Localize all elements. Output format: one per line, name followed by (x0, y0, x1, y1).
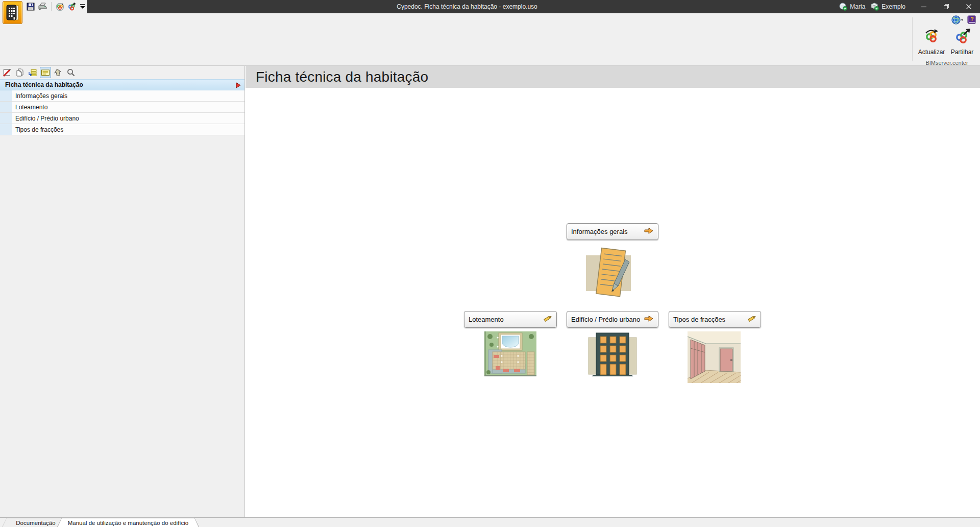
search-icon[interactable] (65, 67, 77, 78)
help-book-icon[interactable]: ? (967, 15, 977, 27)
tree-item-edificio-predio-urbano[interactable]: Edifício / Prédio urbano (0, 113, 244, 124)
bimserver-share-icon[interactable] (67, 2, 76, 12)
tree-item-informacoes-gerais[interactable]: Informações gerais (0, 90, 244, 102)
user-avatar-icon (839, 3, 847, 11)
title-bar: Cypedoc. Ficha técnica da habitação - ex… (0, 0, 980, 13)
project-box-icon (871, 3, 879, 11)
import-list-icon[interactable] (27, 67, 38, 78)
informacoes-gerais-button[interactable]: Informações gerais (567, 223, 658, 240)
sidebar-toolbar (0, 66, 244, 79)
page-title-bar: Ficha técnica da habitação (246, 66, 980, 88)
loteamento-button[interactable]: Loteamento (464, 311, 557, 328)
bimserver-share-icon (953, 28, 971, 47)
footer-tab-bar: Documentação Manual de utilização e manu… (0, 517, 980, 527)
button-label: Edifício / Prédio urbano (571, 316, 644, 323)
account-info[interactable]: Maria Exemplo (839, 3, 905, 11)
ribbon-group-separator (912, 17, 913, 61)
svg-text:?: ? (970, 16, 973, 22)
form-view-icon[interactable] (40, 67, 51, 78)
page-title: Ficha técnica da habitação (256, 69, 428, 85)
save-icon[interactable] (27, 2, 35, 12)
tree-item-label: Tipos de fracções (15, 126, 63, 133)
document-pencil-illustration (584, 247, 639, 301)
new-document-icon[interactable] (14, 67, 26, 78)
actualizar-label: Actualizar (918, 49, 945, 56)
building-illustration (587, 331, 638, 378)
export-up-icon[interactable] (53, 67, 64, 78)
pencil-icon (542, 315, 552, 324)
document-tree: Ficha técnica da habitação Informações g… (0, 79, 244, 135)
ribbon: ? Actualizar (0, 13, 980, 66)
actualizar-button[interactable]: Actualizar (917, 27, 946, 57)
interior-doors-illustration (688, 331, 741, 385)
tab-label: Manual de utilização e manutenção do edi… (58, 518, 199, 527)
main-content: Ficha técnica da habitação Informações g… (246, 66, 980, 517)
tree-item-label: Loteamento (15, 104, 47, 111)
button-label: Informações gerais (571, 228, 644, 235)
bimserver-group-label: BIMserver.center (916, 60, 978, 66)
edificio-predio-urbano-button[interactable]: Edifício / Prédio urbano (567, 311, 658, 328)
restore-button[interactable] (935, 0, 958, 13)
arrow-right-icon (644, 315, 654, 324)
minimize-button[interactable] (913, 0, 935, 13)
bimserver-update-icon[interactable] (56, 2, 64, 12)
close-button[interactable] (958, 0, 980, 13)
edit-report-icon[interactable] (2, 67, 13, 78)
tree-item-label: Informações gerais (15, 92, 67, 100)
pencil-icon (746, 315, 756, 324)
current-item-arrow-icon (236, 82, 241, 90)
account-user-label: Maria (850, 3, 865, 10)
tree-item-tipos-de-fraccoes[interactable]: Tipos de fracções (0, 124, 244, 135)
window-title: Cypedoc. Ficha técnica da habitação - ex… (87, 0, 847, 13)
tipos-de-fraccoes-button[interactable]: Tipos de fracções (669, 311, 761, 328)
tree-item-label: Edifício / Prédio urbano (15, 115, 79, 122)
tree-item-root[interactable]: Ficha técnica da habitação (0, 79, 244, 90)
toolbar-separator (51, 2, 52, 11)
tab-manual-utilizacao[interactable]: Manual de utilização e manutenção do edi… (57, 518, 199, 527)
bimserver-group: Actualizar Partilhar BIMserver.center (916, 27, 978, 66)
arrow-right-icon (644, 227, 654, 236)
language-globe-icon[interactable] (951, 15, 964, 27)
project-name-label: Exemplo (881, 3, 905, 10)
tree-item-loteamento[interactable]: Loteamento (0, 102, 244, 113)
button-label: Tipos de fracções (673, 316, 746, 323)
tree-root-label: Ficha técnica da habitação (5, 81, 83, 88)
app-icon[interactable] (3, 1, 22, 24)
site-plan-illustration (484, 331, 536, 378)
partilhar-button[interactable]: Partilhar (948, 27, 976, 57)
print-icon[interactable] (38, 2, 47, 12)
button-label: Loteamento (469, 316, 542, 323)
sidebar: Ficha técnica da habitação Informações g… (0, 66, 245, 517)
bimserver-update-icon (923, 28, 940, 47)
partilhar-label: Partilhar (951, 49, 974, 56)
customize-toolbar-icon[interactable] (79, 2, 87, 12)
content-canvas: Informações gerais (246, 88, 980, 517)
